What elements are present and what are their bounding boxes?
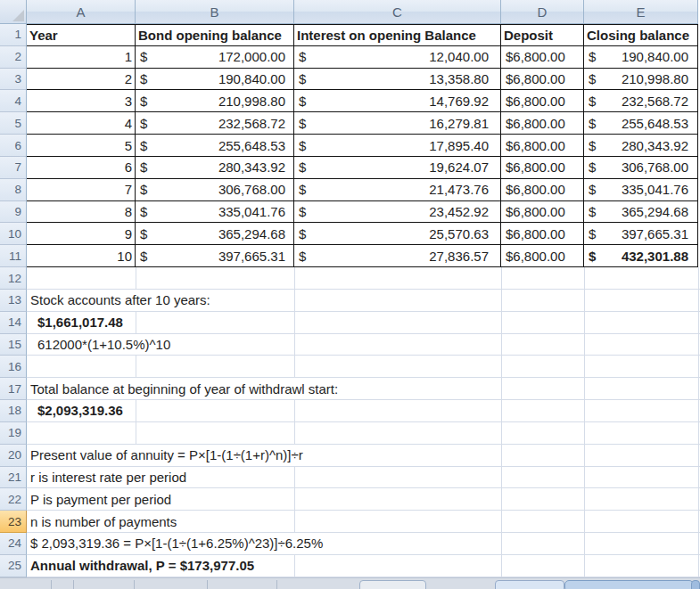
cell-deposit[interactable]: $6,800.00 [501,245,584,267]
row-header-17[interactable]: 17 [0,378,27,400]
cell-year[interactable]: 1 [27,46,136,69]
header-cell-year[interactable]: Year [27,24,136,46]
cell-interest[interactable]: $17,895.40 [294,135,501,157]
cell-closing[interactable]: $210,998.80 [584,69,698,91]
cell-year[interactable]: 7 [27,179,136,201]
cell-a16[interactable] [27,356,700,378]
column-header-e[interactable]: E [584,0,698,24]
cell-closing[interactable]: $335,041.76 [584,179,698,201]
cell-year[interactable]: 10 [27,245,136,267]
cell-year[interactable]: 3 [27,90,136,112]
row-header-20[interactable]: 20 [0,445,27,467]
cell-closing[interactable]: $397,665.31 [584,223,698,245]
row-header-2[interactable]: 2 [0,46,27,69]
cell-a22[interactable]: P is payment per period [27,488,700,511]
row-header-1[interactable]: 1 [0,24,27,46]
row-header-18[interactable]: 18 [0,400,27,422]
row-header-24[interactable]: 24 [0,533,27,555]
row-header-4[interactable]: 4 [0,90,27,112]
cell-a25[interactable]: Annual withdrawal, P = $173,977.05 [27,555,700,577]
header-cell-opening[interactable]: Bond opening balance [136,24,294,46]
cell-deposit[interactable]: $6,800.00 [501,223,584,245]
row-header-15[interactable]: 15 [0,334,27,356]
cell-deposit[interactable]: $6,800.00 [501,135,584,157]
cell-deposit[interactable]: $6,800.00 [501,90,584,112]
cell-year[interactable]: 2 [27,69,136,91]
cell-a15[interactable]: 612000*(1+10.5%)^10 [27,334,700,356]
row-header-23-selected[interactable]: 23 [0,511,27,533]
row-header-7[interactable]: 7 [0,157,27,179]
hscrollbar-thumb[interactable] [564,580,694,589]
row-header-5[interactable]: 5 [0,112,27,135]
row-header-25[interactable]: 25 [0,555,27,577]
column-header-d[interactable]: D [501,0,584,24]
cell-opening[interactable]: $365,294.68 [136,223,294,245]
cell-opening[interactable]: $232,568.72 [136,112,294,135]
cell-interest[interactable]: $13,358.80 [294,69,501,91]
hscrollbar-track-left[interactable] [495,580,564,589]
cell-closing-final[interactable]: $432,301.88 [584,245,698,267]
cell-interest[interactable]: $27,836.57 [294,245,501,267]
row-header-21[interactable]: 21 [0,467,27,489]
header-cell-deposit[interactable]: Deposit [501,24,584,46]
hscrollbar-right-button[interactable] [691,580,700,589]
row-header-13[interactable]: 13 [0,290,27,312]
cell-interest[interactable]: $25,570.63 [294,223,501,245]
cell-year[interactable]: 4 [27,112,136,135]
cell-deposit[interactable]: $6,800.00 [501,201,584,224]
cell-opening[interactable]: $280,343.92 [136,157,294,179]
cell-year[interactable]: 9 [27,223,136,245]
cell-a19[interactable] [27,422,700,445]
cell-interest[interactable]: $23,452.92 [294,201,501,224]
cell-closing[interactable]: $280,343.92 [584,135,698,157]
row-header-6[interactable]: 6 [0,135,27,157]
cell-deposit[interactable]: $6,800.00 [501,157,584,179]
cell-a12[interactable] [27,267,700,290]
cell-opening[interactable]: $190,840.00 [136,69,294,91]
column-header-c[interactable]: C [294,0,501,24]
cell-deposit[interactable]: $6,800.00 [501,112,584,135]
cell-year[interactable]: 5 [27,135,136,157]
cell-opening[interactable]: $397,665.31 [136,245,294,267]
cell-year[interactable]: 6 [27,157,136,179]
row-header-10[interactable]: 10 [0,223,27,245]
cell-deposit[interactable]: $6,800.00 [501,46,584,69]
cell-a17[interactable]: Total balance at beginning of year of wi… [27,378,700,400]
cell-interest[interactable]: $19,624.07 [294,157,501,179]
row-header-3[interactable]: 3 [0,69,27,91]
cell-opening[interactable]: $255,648.53 [136,135,294,157]
row-header-12[interactable]: 12 [0,267,27,290]
cell-a14[interactable]: $1,661,017.48 [27,312,700,334]
row-header-8[interactable]: 8 [0,179,27,201]
select-all-corner[interactable] [0,0,27,24]
cell-closing[interactable]: $190,840.00 [584,46,698,69]
cell-year[interactable]: 8 [27,201,136,224]
cell-closing[interactable]: $232,568.72 [584,90,698,112]
cell-opening[interactable]: $210,998.80 [136,90,294,112]
cell-a20[interactable]: Present value of annuity = P×[1-(1÷(1+r)… [27,445,700,467]
cell-opening[interactable]: $335,041.76 [136,201,294,224]
cell-interest[interactable]: $14,769.92 [294,90,501,112]
header-cell-interest[interactable]: Interest on opening Balance [294,24,501,46]
cell-closing[interactable]: $255,648.53 [584,112,698,135]
header-cell-closing[interactable]: Closing balance [584,24,698,46]
cell-deposit[interactable]: $6,800.00 [501,69,584,91]
cell-closing[interactable]: $306,768.00 [584,157,698,179]
row-header-16[interactable]: 16 [0,356,27,378]
cell-interest[interactable]: $16,279.81 [294,112,501,135]
cell-closing[interactable]: $365,294.68 [584,201,698,224]
cell-interest[interactable]: $21,473.76 [294,179,501,201]
row-header-22[interactable]: 22 [0,488,27,511]
cell-a23[interactable]: n is number of payments [27,511,700,533]
sheet-tab-partial[interactable] [359,580,426,589]
row-header-19[interactable]: 19 [0,422,27,445]
cell-opening[interactable]: $306,768.00 [136,179,294,201]
cell-deposit[interactable]: $6,800.00 [501,179,584,201]
row-header-9[interactable]: 9 [0,201,27,224]
row-header-14[interactable]: 14 [0,312,27,334]
cell-a13[interactable]: Stock accounts after 10 years: [27,290,700,312]
column-header-a[interactable]: A [27,0,136,24]
cell-interest[interactable]: $12,040.00 [294,46,501,69]
row-header-11[interactable]: 11 [0,245,27,267]
cell-a24[interactable]: $ 2,093,319.36 = P×[1-(1÷(1+6.25%)^23)]÷… [27,533,700,555]
